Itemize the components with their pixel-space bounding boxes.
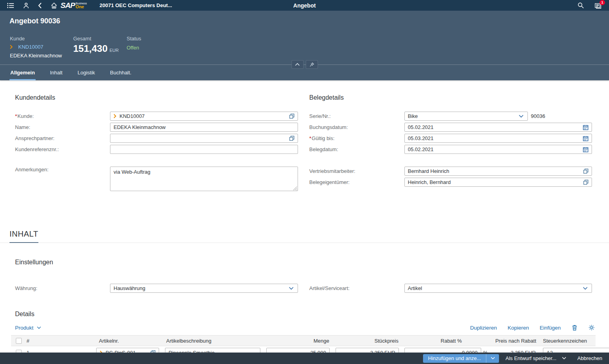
shell-right-group: 1	[577, 2, 602, 9]
kunde-input-box	[110, 112, 298, 121]
save-as-draft-button[interactable]: Als Entwurf speicher...	[501, 355, 571, 361]
notifications-icon[interactable]: 1	[594, 2, 602, 9]
buchungsdatum-label: Buchungsdatum:	[309, 124, 404, 130]
produkt-dropdown[interactable]: Produkt	[15, 325, 41, 331]
kunde-label: Kunde:	[15, 113, 110, 119]
ansprechpartner-label: Ansprechpartner:	[15, 135, 110, 141]
artikelart-field-row: Artikel/Serviceart: Artikel	[309, 284, 592, 293]
serie-field-row: Serie/Nr.: Bike 90036	[309, 112, 592, 121]
kunde-value-help-icon[interactable]	[289, 114, 294, 119]
einfuegen-button[interactable]: Einfügen	[540, 325, 561, 331]
kpi-status: Status Offen	[127, 36, 141, 59]
waehrung-field-row: Währung: Hauswährung	[15, 284, 298, 293]
tab-buchhalt[interactable]: Buchhalt.	[109, 70, 132, 80]
serie-select[interactable]: Bike	[404, 112, 528, 121]
page-title: Angebot 90036	[0, 11, 609, 25]
kundendetails-section: Kundendetails Kunde:	[15, 80, 298, 193]
belegdatum-input[interactable]	[408, 146, 580, 152]
belegeigentuemer-input[interactable]	[408, 179, 581, 185]
cancel-button[interactable]: Abbrechen	[575, 355, 605, 361]
artikelart-select[interactable]: Artikel	[404, 284, 592, 293]
gueltig-bis-input[interactable]	[408, 135, 580, 141]
add-and-view-split-button: Hinzufügen und anze...	[423, 354, 499, 363]
waehrung-select[interactable]: Hauswährung	[110, 284, 298, 293]
serie-select-value: Bike	[408, 113, 519, 119]
name-field-row: Name:	[15, 123, 298, 132]
waehrung-label: Währung:	[15, 285, 110, 291]
notification-badge: 1	[600, 0, 605, 5]
kunde-name-text: EDEKA Kleinmachnow	[10, 53, 73, 59]
einstellungen-form: Währung: Hauswährung Artikel/Serviceart:…	[0, 284, 609, 295]
waehrung-select-value: Hauswährung	[114, 285, 289, 291]
header-kpis: Kunde KND10007 EDEKA Kleinmachnow Gesamt…	[0, 25, 609, 59]
logo-one-text: One	[76, 5, 87, 9]
ansprechpartner-field-row: Ansprechpartner:	[15, 134, 298, 143]
ansprechpartner-value-help-icon[interactable]	[289, 136, 294, 141]
search-icon[interactable]	[577, 2, 584, 9]
kopieren-button[interactable]: Kopieren	[508, 325, 529, 331]
kundenreferenz-field-row: Kundenreferenznr.:	[15, 145, 298, 154]
user-icon[interactable]	[23, 2, 29, 9]
kunde-field-row: Kunde:	[15, 112, 298, 121]
kundenreferenz-input[interactable]	[114, 146, 294, 152]
col-header-stueckpreis: Stückpreis	[333, 338, 402, 344]
collapse-header-button[interactable]	[291, 60, 304, 69]
vertriebsmitarbeiter-field-row: Vertriebsmitarbeiter:	[309, 167, 592, 176]
belegeigentuemer-value-help-icon[interactable]	[583, 180, 588, 185]
sap-business-one-logo: SAP Business One	[61, 2, 87, 9]
sap-logo-text: SAP	[61, 2, 75, 9]
add-and-view-dropdown-arrow[interactable]	[486, 354, 499, 363]
col-header-artikelnr: Artikelnr.	[93, 338, 163, 344]
belegeigentuemer-field-row: Belegeigentümer:	[309, 178, 592, 187]
home-icon[interactable]	[51, 2, 57, 9]
pin-header-button[interactable]	[305, 60, 318, 69]
menu-icon[interactable]	[7, 3, 14, 8]
col-header-rabatt: Rabatt %	[402, 338, 473, 344]
vertriebsmitarbeiter-value-help-icon[interactable]	[583, 169, 588, 174]
add-and-view-button[interactable]: Hinzufügen und anze...	[423, 354, 486, 363]
col-header-menge: Menge	[264, 338, 333, 344]
name-input[interactable]	[114, 124, 294, 130]
ansprechpartner-input[interactable]	[114, 135, 286, 141]
artikelart-dropdown-chevron-icon	[583, 287, 588, 290]
details-title: Details	[15, 311, 609, 318]
tab-allgemein[interactable]: Allgemein	[9, 70, 36, 80]
col-header-nr: #	[27, 338, 93, 344]
select-all-checkbox[interactable]	[16, 338, 22, 344]
einstellungen-title: Einstellungen	[15, 259, 609, 266]
delete-icon[interactable]	[571, 324, 578, 331]
shell-bar: SAP Business One 20071 OEC Computers Deu…	[0, 0, 609, 11]
inhalt-section-title[interactable]: INHALT	[9, 229, 38, 243]
kunde-input[interactable]	[120, 113, 286, 119]
anmerkungen-textarea[interactable]: via Web-Auftrag	[110, 167, 298, 191]
gesamt-value: 151,430	[73, 43, 108, 54]
status-kpi-label: Status	[127, 36, 141, 42]
produkt-chevron-icon	[37, 326, 41, 329]
tab-logistik[interactable]: Logistik	[77, 70, 96, 80]
kundenreferenz-label: Kundenreferenznr.:	[15, 146, 110, 152]
table-header-row: # Artikelnr. Artikelbeschreibung Menge S…	[11, 335, 596, 346]
gueltig-bis-field-row: Gültig bis:	[309, 134, 592, 143]
tab-inhalt[interactable]: Inhalt	[49, 70, 63, 80]
name-label: Name:	[15, 124, 110, 130]
vertriebsmitarbeiter-input[interactable]	[408, 168, 581, 174]
kunde-nav-chevron-icon	[10, 45, 13, 49]
belegdatum-calendar-icon[interactable]	[583, 147, 588, 152]
belegdatum-field-row: Belegdatum:	[309, 145, 592, 154]
gueltig-bis-label: Gültig bis:	[309, 135, 404, 141]
kunde-id-link[interactable]: KND10007	[18, 44, 44, 50]
buchungsdatum-calendar-icon[interactable]	[583, 125, 588, 130]
buchungsdatum-input[interactable]	[408, 124, 580, 130]
gueltig-bis-calendar-icon[interactable]	[583, 136, 588, 141]
settings-icon[interactable]	[588, 324, 595, 331]
duplizieren-button[interactable]: Duplizieren	[470, 325, 497, 331]
kunde-input-nav-chevron-icon[interactable]	[114, 114, 116, 118]
waehrung-dropdown-chevron-icon	[289, 287, 294, 290]
kpi-kunde: Kunde KND10007 EDEKA Kleinmachnow	[10, 36, 73, 59]
save-as-draft-chevron-icon	[562, 357, 566, 360]
vertriebsmitarbeiter-label: Vertriebsmitarbeiter:	[309, 168, 404, 174]
belegdatum-label: Belegdatum:	[309, 146, 404, 152]
company-selector[interactable]: 20071 OEC Computers Deut...	[99, 2, 172, 8]
back-icon[interactable]	[38, 2, 42, 9]
artikelart-select-value: Artikel	[408, 285, 583, 291]
